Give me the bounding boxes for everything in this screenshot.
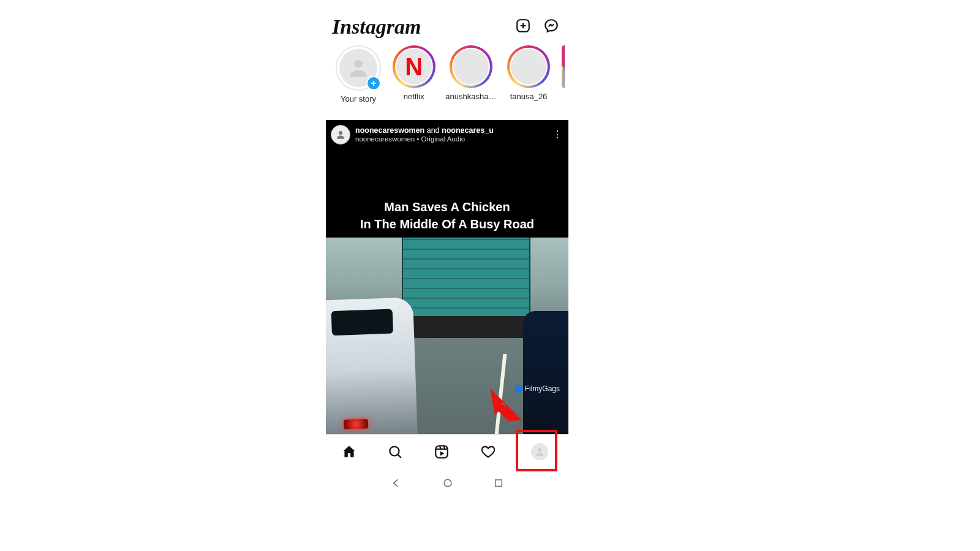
- instagram-logo[interactable]: Instagram: [332, 15, 421, 39]
- canvas: Instagram: [0, 0, 980, 551]
- story-overflow-peek[interactable]: [562, 45, 565, 88]
- avatar: [511, 49, 546, 84]
- nav-search-icon[interactable]: [386, 443, 404, 461]
- story-label: anushkashar...: [445, 92, 497, 101]
- video-truck: [402, 238, 530, 343]
- post-header: noonecareswomen and noonecares_u nooneca…: [331, 125, 564, 144]
- svg-point-9: [390, 446, 399, 455]
- video-car-right: [523, 311, 568, 437]
- story-netflix[interactable]: N netflix: [392, 45, 435, 101]
- post-author-avatar[interactable]: [331, 125, 350, 144]
- story-label: tanusa_26: [510, 92, 548, 101]
- stories-row[interactable]: Your story N netflix anushkashar... tanu…: [326, 43, 568, 120]
- nav-activity-icon[interactable]: [479, 443, 497, 461]
- video-car-left: [326, 297, 418, 437]
- profile-avatar-icon: [531, 443, 548, 460]
- top-app-bar: Instagram: [326, 9, 568, 43]
- svg-marker-12: [440, 451, 445, 456]
- top-actions: [514, 17, 560, 34]
- avatar: [453, 49, 489, 84]
- nav-home-icon[interactable]: [340, 443, 358, 461]
- story-user-1[interactable]: anushkashar...: [447, 45, 496, 101]
- bottom-nav: [326, 434, 568, 469]
- story-your-story[interactable]: Your story: [336, 45, 381, 103]
- story-label: Your story: [341, 94, 376, 103]
- svg-point-13: [538, 448, 541, 452]
- your-story-avatar[interactable]: [336, 45, 381, 91]
- nav-profile-tab[interactable]: [525, 438, 554, 465]
- svg-rect-11: [435, 446, 448, 458]
- post-more-icon[interactable]: ⋮: [551, 130, 564, 140]
- svg-rect-15: [496, 480, 502, 487]
- svg-point-6: [339, 131, 342, 135]
- android-system-nav: [326, 470, 568, 498]
- sys-home-icon[interactable]: [442, 477, 454, 492]
- add-story-plus-icon[interactable]: [366, 76, 381, 91]
- post-caption: Man Saves A Chicken In The Middle Of A B…: [326, 198, 568, 233]
- story-label: netflix: [404, 92, 424, 101]
- feed-post[interactable]: noonecareswomen and noonecares_u nooneca…: [326, 120, 568, 437]
- post-author-text[interactable]: noonecareswomen and noonecares_u nooneca…: [355, 126, 494, 144]
- svg-line-10: [398, 455, 401, 458]
- sys-back-icon[interactable]: [390, 477, 402, 492]
- svg-point-14: [444, 479, 451, 487]
- nav-reels-icon[interactable]: [432, 443, 451, 461]
- sys-recent-icon[interactable]: [493, 478, 504, 491]
- create-post-icon[interactable]: [514, 17, 532, 34]
- svg-point-3: [354, 60, 362, 68]
- avatar: N: [396, 49, 432, 84]
- messenger-icon[interactable]: [543, 17, 560, 34]
- annotation-arrow-icon: [486, 384, 526, 424]
- story-user-2[interactable]: tanusa_26: [507, 45, 550, 101]
- post-video-frame[interactable]: FilmyGags: [326, 238, 568, 437]
- phone-frame: Instagram: [326, 9, 568, 498]
